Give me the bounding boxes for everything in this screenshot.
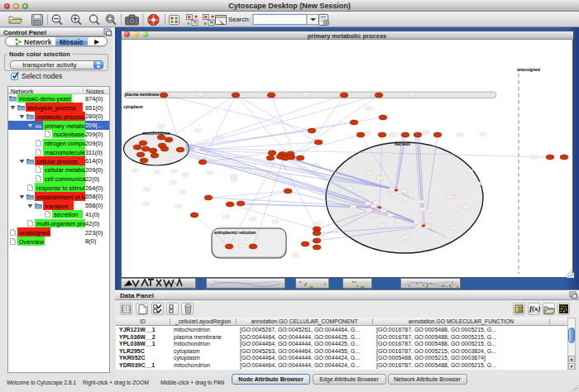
svg-text:endoplasmic reticulum: endoplasmic reticulum: [214, 231, 256, 235]
svg-text:Search:: Search:: [228, 16, 251, 23]
svg-text:plasma membrane: plasma membrane: [125, 93, 160, 97]
svg-text:cytoplasm: cytoplasm: [123, 105, 143, 109]
svg-text:nucleus: nucleus: [395, 141, 410, 146]
svg-text:mitochondrion: mitochondrion: [142, 131, 170, 136]
svg-text:unassigned: unassigned: [517, 67, 540, 72]
